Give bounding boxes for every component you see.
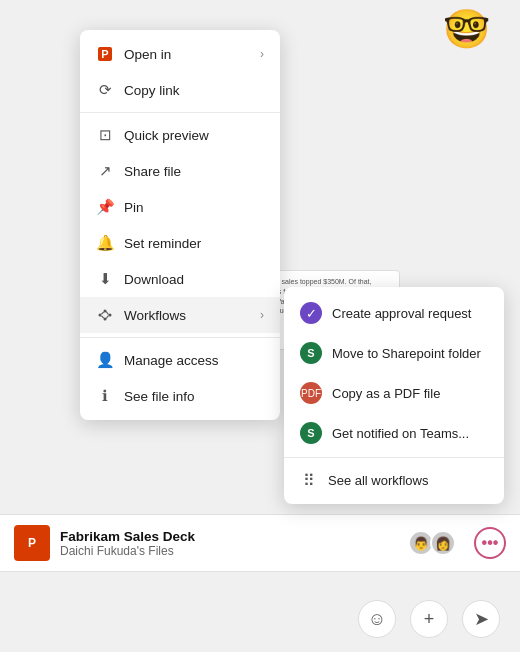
menu-label-open-in: Open in	[124, 47, 171, 62]
menu-label-download: Download	[124, 272, 184, 287]
add-button[interactable]: +	[410, 600, 448, 638]
menu-label-pin: Pin	[124, 200, 144, 215]
file-info-icon: ℹ	[96, 387, 114, 405]
svg-point-0	[99, 314, 102, 317]
file-card: P Fabrikam Sales Deck Daichi Fukuda's Fi…	[0, 514, 520, 572]
svg-line-7	[106, 316, 108, 319]
menu-label-share-file: Share file	[124, 164, 181, 179]
submenu-item-see-all[interactable]: ⠿ See all workflows	[284, 462, 504, 498]
submenu-label-move-sharepoint: Move to Sharepoint folder	[332, 346, 481, 361]
file-icon: P	[14, 525, 50, 561]
submenu-item-create-approval[interactable]: ✓ Create approval request	[284, 293, 504, 333]
file-info: Fabrikam Sales Deck Daichi Fukuda's File…	[60, 529, 398, 558]
menu-label-workflows: Workflows	[124, 308, 186, 323]
menu-label-copy-link: Copy link	[124, 83, 180, 98]
menu-label-see-file-info: See file info	[124, 389, 195, 404]
more-button[interactable]: •••	[474, 527, 506, 559]
menu-item-workflows[interactable]: Workflows › ✓ Create approval request S …	[80, 297, 280, 333]
file-avatars: 👨 👩	[408, 530, 456, 556]
background: 🤓 ...fabrikam sales topped $350M. Of tha…	[0, 0, 520, 652]
menu-item-copy-link[interactable]: ⟳ Copy link	[80, 72, 280, 108]
workflows-submenu: ✓ Create approval request S Move to Shar…	[284, 287, 504, 504]
menu-item-open-in[interactable]: P Open in ›	[80, 36, 280, 72]
workflows-icon	[96, 306, 114, 324]
menu-item-quick-preview[interactable]: ⊡ Quick preview	[80, 117, 280, 153]
send-icon: ➤	[474, 608, 489, 630]
submenu-label-get-notified: Get notified on Teams...	[332, 426, 469, 441]
reminder-icon: 🔔	[96, 234, 114, 252]
context-menu: P Open in › ⟳ Copy link ⊡ Quick preview …	[80, 30, 280, 420]
submenu-item-get-notified[interactable]: S Get notified on Teams...	[284, 413, 504, 453]
svg-line-6	[106, 312, 108, 315]
workflows-chevron-icon: ›	[260, 308, 264, 322]
menu-item-see-file-info[interactable]: ℹ See file info	[80, 378, 280, 414]
pdf-icon: PDF	[300, 382, 322, 404]
avatar: 🤓	[443, 10, 490, 48]
download-icon: ⬇	[96, 270, 114, 288]
send-button[interactable]: ➤	[462, 600, 500, 638]
quick-preview-icon: ⊡	[96, 126, 114, 144]
submenu-item-move-sharepoint[interactable]: S Move to Sharepoint folder	[284, 333, 504, 373]
submenu-label-copy-pdf: Copy as a PDF file	[332, 386, 440, 401]
approval-icon: ✓	[300, 302, 322, 324]
emoji-icon: ☺	[368, 609, 386, 630]
submenu-item-copy-pdf[interactable]: PDF Copy as a PDF file	[284, 373, 504, 413]
avatar-emoji: 🤓	[443, 8, 490, 50]
pin-icon: 📌	[96, 198, 114, 216]
submenu-divider	[284, 457, 504, 458]
svg-line-5	[102, 316, 104, 318]
menu-label-quick-preview: Quick preview	[124, 128, 209, 143]
grid-icon: ⠿	[300, 471, 318, 489]
svg-point-3	[109, 314, 112, 317]
menu-item-download[interactable]: ⬇ Download	[80, 261, 280, 297]
bottom-toolbar: ☺ + ➤	[0, 600, 520, 638]
file-name: Fabrikam Sales Deck	[60, 529, 398, 544]
teams-icon: S	[300, 422, 322, 444]
manage-access-icon: 👤	[96, 351, 114, 369]
menu-item-share-file[interactable]: ↗ Share file	[80, 153, 280, 189]
ppt-icon: P	[96, 45, 114, 63]
menu-item-set-reminder[interactable]: 🔔 Set reminder	[80, 225, 280, 261]
submenu-label-see-all: See all workflows	[328, 473, 428, 488]
divider-1	[80, 112, 280, 113]
share-icon: ↗	[96, 162, 114, 180]
menu-label-manage-access: Manage access	[124, 353, 219, 368]
sharepoint-icon: S	[300, 342, 322, 364]
menu-item-manage-access[interactable]: 👤 Manage access	[80, 342, 280, 378]
link-icon: ⟳	[96, 81, 114, 99]
chevron-icon: ›	[260, 47, 264, 61]
file-sub: Daichi Fukuda's Files	[60, 544, 398, 558]
svg-line-4	[102, 312, 104, 314]
plus-icon: +	[424, 609, 435, 630]
menu-item-pin[interactable]: 📌 Pin	[80, 189, 280, 225]
divider-2	[80, 337, 280, 338]
avatar-2: 👩	[430, 530, 456, 556]
emoji-button[interactable]: ☺	[358, 600, 396, 638]
menu-label-set-reminder: Set reminder	[124, 236, 201, 251]
submenu-label-create-approval: Create approval request	[332, 306, 471, 321]
